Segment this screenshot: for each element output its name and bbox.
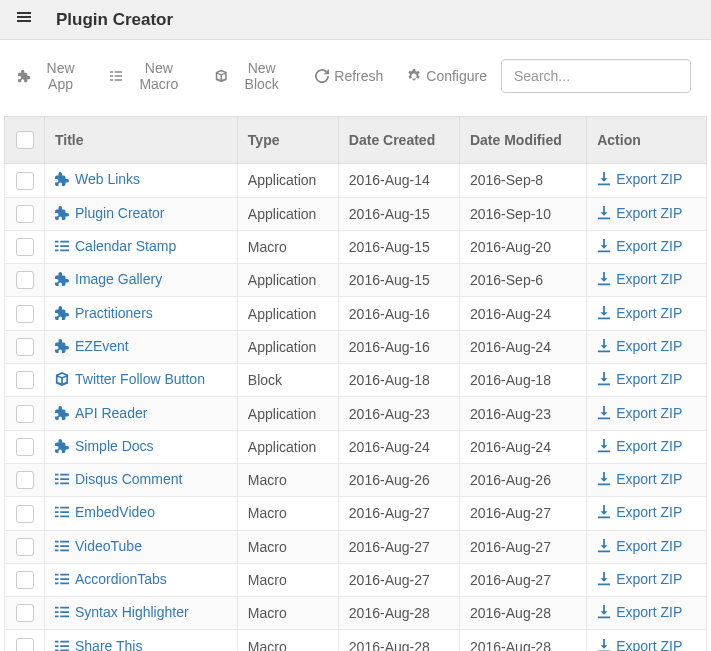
export-zip-link[interactable]: Export ZIP xyxy=(597,638,682,651)
plugin-type: Application xyxy=(237,164,338,197)
plugin-type: Macro xyxy=(237,463,338,496)
header-modified[interactable]: Date Modified xyxy=(459,117,586,164)
plugin-title-link[interactable]: EmbedVideo xyxy=(55,504,155,520)
row-checkbox[interactable] xyxy=(16,471,34,489)
puzzle-icon xyxy=(55,406,69,420)
plugin-type: Application xyxy=(237,297,338,330)
plugin-title-link[interactable]: Share This xyxy=(55,638,142,651)
table-row: PractitionersApplication2016-Aug-162016-… xyxy=(5,297,707,330)
refresh-label: Refresh xyxy=(334,68,383,84)
puzzle-icon xyxy=(18,69,31,83)
puzzle-icon xyxy=(55,206,69,220)
download-icon xyxy=(597,605,611,619)
plugin-title-link[interactable]: AccordionTabs xyxy=(55,571,167,587)
menu-toggle-button[interactable] xyxy=(10,5,38,34)
toolbar: New App New Macro New Block Refresh Conf… xyxy=(0,40,711,116)
export-zip-link[interactable]: Export ZIP xyxy=(597,471,682,487)
plugin-created: 2016-Aug-15 xyxy=(338,230,459,263)
table-row: Simple DocsApplication2016-Aug-242016-Au… xyxy=(5,430,707,463)
new-macro-button[interactable]: New Macro xyxy=(100,54,201,98)
new-app-button[interactable]: New App xyxy=(8,54,96,98)
row-checkbox[interactable] xyxy=(16,205,34,223)
new-macro-label: New Macro xyxy=(127,60,190,92)
plugin-title-link[interactable]: Image Gallery xyxy=(55,271,162,287)
row-checkbox[interactable] xyxy=(16,172,34,190)
export-zip-link[interactable]: Export ZIP xyxy=(597,305,682,321)
row-checkbox[interactable] xyxy=(16,638,34,651)
plugin-title-text: API Reader xyxy=(75,405,147,421)
row-checkbox[interactable] xyxy=(16,604,34,622)
plugins-table: Title Type Date Created Date Modified Ac… xyxy=(4,116,707,651)
row-checkbox[interactable] xyxy=(16,271,34,289)
puzzle-icon xyxy=(55,172,69,186)
header-action: Action xyxy=(587,117,707,164)
export-zip-label: Export ZIP xyxy=(616,171,682,187)
plugin-created: 2016-Aug-15 xyxy=(338,264,459,297)
row-checkbox[interactable] xyxy=(16,438,34,456)
export-zip-link[interactable]: Export ZIP xyxy=(597,504,682,520)
export-zip-link[interactable]: Export ZIP xyxy=(597,238,682,254)
new-block-button[interactable]: New Block xyxy=(205,54,302,98)
export-zip-link[interactable]: Export ZIP xyxy=(597,571,682,587)
plugin-title-link[interactable]: Twitter Follow Button xyxy=(55,371,205,387)
list-icon xyxy=(55,505,69,519)
row-checkbox[interactable] xyxy=(16,371,34,389)
plugin-title-link[interactable]: VideoTube xyxy=(55,538,142,554)
row-checkbox[interactable] xyxy=(16,405,34,423)
plugin-title-link[interactable]: Simple Docs xyxy=(55,438,154,454)
refresh-button[interactable]: Refresh xyxy=(305,62,393,90)
header-created[interactable]: Date Created xyxy=(338,117,459,164)
plugin-type: Macro xyxy=(237,563,338,596)
plugin-title-link[interactable]: Plugin Creator xyxy=(55,205,165,221)
download-icon xyxy=(597,505,611,519)
row-checkbox[interactable] xyxy=(16,505,34,523)
table-row: Share ThisMacro2016-Aug-282016-Aug-28Exp… xyxy=(5,630,707,651)
export-zip-link[interactable]: Export ZIP xyxy=(597,371,682,387)
export-zip-link[interactable]: Export ZIP xyxy=(597,171,682,187)
table-row: EZEventApplication2016-Aug-162016-Aug-24… xyxy=(5,330,707,363)
table-row: Twitter Follow ButtonBlock2016-Aug-18201… xyxy=(5,364,707,397)
plugin-modified: 2016-Aug-26 xyxy=(459,463,586,496)
row-checkbox[interactable] xyxy=(16,538,34,556)
plugin-type: Application xyxy=(237,197,338,230)
header-title[interactable]: Title xyxy=(45,117,238,164)
plugin-title-link[interactable]: Disqus Comment xyxy=(55,471,182,487)
plugin-title-link[interactable]: Practitioners xyxy=(55,305,153,321)
header-checkbox-col xyxy=(5,117,45,164)
table-row: Image GalleryApplication2016-Aug-152016-… xyxy=(5,264,707,297)
download-icon xyxy=(597,539,611,553)
export-zip-link[interactable]: Export ZIP xyxy=(597,538,682,554)
row-checkbox[interactable] xyxy=(16,305,34,323)
export-zip-label: Export ZIP xyxy=(616,238,682,254)
plugin-modified: 2016-Aug-27 xyxy=(459,497,586,530)
export-zip-label: Export ZIP xyxy=(616,438,682,454)
download-icon xyxy=(597,206,611,220)
search-input[interactable] xyxy=(501,59,691,93)
plugin-title-link[interactable]: Syntax Highlighter xyxy=(55,604,189,620)
export-zip-link[interactable]: Export ZIP xyxy=(597,438,682,454)
row-checkbox[interactable] xyxy=(16,238,34,256)
export-zip-link[interactable]: Export ZIP xyxy=(597,338,682,354)
table-row: VideoTubeMacro2016-Aug-272016-Aug-27Expo… xyxy=(5,530,707,563)
export-zip-link[interactable]: Export ZIP xyxy=(597,604,682,620)
export-zip-link[interactable]: Export ZIP xyxy=(597,205,682,221)
plugin-title-link[interactable]: EZEvent xyxy=(55,338,129,354)
plugin-type: Macro xyxy=(237,230,338,263)
puzzle-icon xyxy=(55,306,69,320)
plugin-modified: 2016-Aug-18 xyxy=(459,364,586,397)
download-icon xyxy=(597,239,611,253)
export-zip-link[interactable]: Export ZIP xyxy=(597,405,682,421)
export-zip-label: Export ZIP xyxy=(616,604,682,620)
plugin-title-link[interactable]: Calendar Stamp xyxy=(55,238,176,254)
list-icon xyxy=(55,472,69,486)
export-zip-link[interactable]: Export ZIP xyxy=(597,271,682,287)
header-type[interactable]: Type xyxy=(237,117,338,164)
plugin-title-link[interactable]: Web Links xyxy=(55,171,140,187)
table-row: Syntax HighlighterMacro2016-Aug-282016-A… xyxy=(5,597,707,630)
row-checkbox[interactable] xyxy=(16,571,34,589)
row-checkbox[interactable] xyxy=(16,338,34,356)
select-all-checkbox[interactable] xyxy=(16,131,34,149)
plugin-title-link[interactable]: API Reader xyxy=(55,405,147,421)
configure-button[interactable]: Configure xyxy=(397,62,497,90)
table-row: Plugin CreatorApplication2016-Aug-152016… xyxy=(5,197,707,230)
